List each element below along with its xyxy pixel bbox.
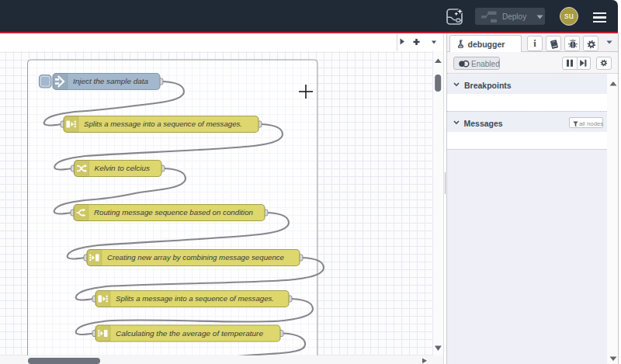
svg-text:Inject the sample data: Inject the sample data	[73, 77, 149, 85]
svg-text:Calculating the the average of: Calculating the the average of temperatu…	[116, 329, 264, 338]
svg-text:Splits a message into a sequen: Splits a message into a sequence of mess…	[84, 120, 242, 128]
svg-text:Creating new array by combinin: Creating new array by combining message …	[107, 253, 285, 262]
svg-text:Routing message sequence based: Routing message sequence based on condit…	[94, 208, 253, 217]
svg-text:Splits a message into a sequen: Splits a message into a sequence of mess…	[116, 294, 274, 303]
svg-text:Kelvin to celcius: Kelvin to celcius	[95, 164, 151, 172]
